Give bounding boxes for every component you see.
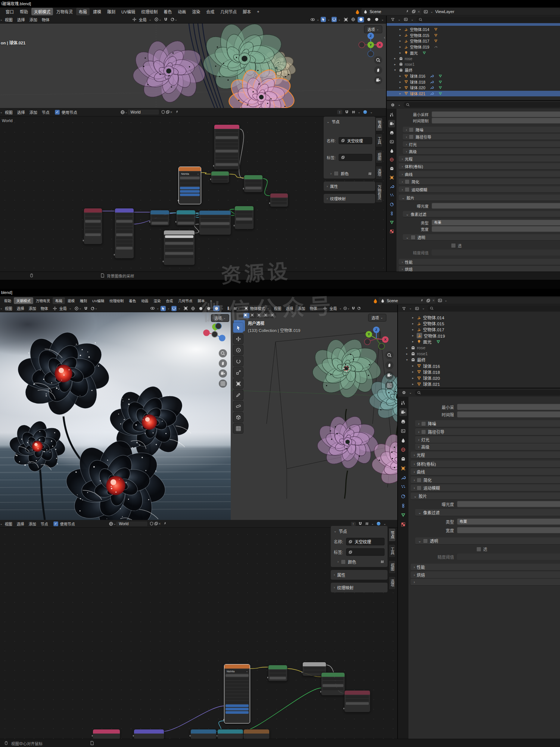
outliner-item-label[interactable]: 球体.016 bbox=[423, 363, 440, 369]
lightdata-icon[interactable] bbox=[436, 340, 441, 344]
viewport-options-button[interactable]: 选项⌄ bbox=[368, 314, 386, 322]
cam-button[interactable] bbox=[385, 371, 393, 379]
expand-arrow-icon[interactable]: ▸ bbox=[399, 86, 402, 89]
magnet-icon[interactable] bbox=[164, 17, 168, 22]
outliner-search[interactable] bbox=[416, 17, 560, 22]
shading-wireframe-icon[interactable] bbox=[350, 17, 356, 22]
properties-tab-collection[interactable] bbox=[399, 455, 407, 463]
outliner-filter-icon[interactable] bbox=[391, 17, 395, 22]
outliner-row[interactable]: ▸空物体.019 bbox=[398, 333, 560, 339]
viewlayer-selector[interactable]: ⌄ ViewLayer bbox=[421, 8, 560, 15]
prop-section-灯光[interactable]: ›灯光 bbox=[415, 436, 560, 443]
expand-arrow-icon[interactable]: ▸ bbox=[399, 74, 402, 78]
outliner-row[interactable]: ▸球体.020 bbox=[387, 85, 560, 91]
pin-icon[interactable] bbox=[420, 298, 424, 303]
expand-arrow-icon[interactable]: ▸ bbox=[399, 92, 402, 95]
outliner-item-label[interactable]: 最终 bbox=[405, 67, 413, 73]
outliner-row[interactable]: ▸rose1 bbox=[398, 351, 560, 357]
tool-scale-button[interactable] bbox=[233, 367, 243, 378]
t-menu-5[interactable]: 建模 bbox=[90, 8, 104, 15]
outliner-row[interactable]: ▸rose bbox=[398, 345, 560, 351]
t-menu-14[interactable]: 脚本 bbox=[240, 8, 253, 15]
viewlayer-selector[interactable]: ⌄ bbox=[435, 297, 560, 304]
prop-field-value[interactable] bbox=[457, 501, 560, 507]
label-field[interactable] bbox=[346, 548, 385, 556]
pin-icon[interactable] bbox=[175, 110, 179, 114]
expand-arrow-icon[interactable]: ▸ bbox=[399, 80, 402, 84]
expand-arrow-icon[interactable]: ▸ bbox=[399, 39, 402, 43]
outliner-item-label[interactable]: 空物体.014 bbox=[423, 314, 444, 320]
properties-tab-tool[interactable] bbox=[388, 111, 395, 118]
navigation-gizmo[interactable]: ZXY bbox=[358, 32, 384, 58]
outliner-item-label[interactable]: rose1 bbox=[405, 62, 414, 66]
outliner-item-label[interactable]: 球体.021 bbox=[410, 91, 425, 96]
outliner-row[interactable]: ▸空物体.019 bbox=[387, 44, 560, 50]
prop-field-value[interactable]: 布莱 bbox=[432, 220, 560, 226]
properties-tab-data[interactable] bbox=[388, 218, 395, 226]
t-menu-4[interactable]: 布局 bbox=[76, 8, 90, 15]
outliner-item-label[interactable]: 空物体.019 bbox=[410, 44, 429, 50]
pin-icon[interactable] bbox=[163, 521, 167, 526]
prop-section-体积(卷标)[interactable]: ›体积(卷标) bbox=[411, 461, 560, 467]
prop-section-路径引导[interactable]: ›路径引导 bbox=[403, 134, 560, 140]
shader-node-1[interactable]: Nishita⌄ bbox=[178, 167, 201, 204]
shader-node-7[interactable] bbox=[190, 729, 217, 739]
b-menu-0[interactable]: 帮助 bbox=[1, 297, 14, 304]
shading-material-icon[interactable] bbox=[365, 17, 372, 22]
close-icon[interactable]: × bbox=[418, 9, 420, 14]
viewport-menu-1[interactable]: 选择 bbox=[15, 16, 27, 23]
outliner-item-label[interactable]: 面光 bbox=[423, 339, 432, 345]
tool-grid-button[interactable] bbox=[233, 423, 243, 434]
sidebar-collapse-arrow[interactable]: ‹ bbox=[384, 35, 385, 40]
prop-section-高级[interactable]: ›高级 bbox=[403, 148, 560, 154]
object-mode-selector[interactable]: 物体模式⌄ bbox=[242, 305, 272, 311]
prop-section-烘焙[interactable]: ›烘焙 bbox=[411, 571, 560, 578]
snap-target-icon[interactable] bbox=[343, 306, 347, 310]
prop-field-value[interactable] bbox=[432, 111, 560, 117]
node-menu-2[interactable]: 添加 bbox=[27, 109, 40, 115]
prop-section-透明[interactable]: ⌄透明 bbox=[403, 234, 560, 240]
object-mode-label[interactable]: 物体模式 bbox=[250, 306, 265, 311]
b-menu-9[interactable]: 动画 bbox=[139, 297, 151, 304]
outliner-row[interactable]: ▸空物体.015 bbox=[387, 32, 560, 38]
panel-checkbox[interactable] bbox=[405, 187, 410, 192]
viewport-menu-3[interactable]: 物体 bbox=[38, 305, 50, 311]
viewlayer-name[interactable]: ViewLayer bbox=[435, 9, 454, 14]
app-icon[interactable] bbox=[372, 298, 379, 304]
prop-check-row[interactable]: 透 bbox=[476, 546, 487, 552]
viewport-3d[interactable]: ⌄视图选择添加物体全局⌄⌄⌄⌄⌄⌄⌄ 选项⌄ on | 球体.021 ZXY ‹ bbox=[0, 16, 386, 108]
sidebar-tab-3[interactable]: 选项 bbox=[389, 576, 396, 590]
lightdata-icon[interactable] bbox=[422, 51, 426, 55]
prop-field-value[interactable] bbox=[457, 411, 560, 418]
shader-node-3[interactable] bbox=[321, 672, 345, 695]
sidebar-tab-2[interactable]: 视图 bbox=[376, 150, 383, 163]
viewport-options-button[interactable]: 选项⌄ bbox=[211, 314, 229, 322]
viewport-rendered[interactable]: 选项⌄ bbox=[0, 312, 231, 520]
tool-obj-button[interactable] bbox=[233, 378, 243, 389]
b-menu-10[interactable]: 渲染 bbox=[151, 297, 163, 304]
use-nodes-checkbox[interactable]: ✓使用节点 bbox=[55, 109, 77, 115]
curve-icon[interactable] bbox=[434, 45, 438, 49]
wrench-icon[interactable] bbox=[430, 80, 434, 84]
tool-cursor-button[interactable] bbox=[233, 322, 243, 333]
meshdata-icon[interactable] bbox=[438, 74, 442, 78]
properties-tab-modifiers[interactable] bbox=[388, 183, 395, 190]
viewport-menu-0[interactable]: 视图 bbox=[271, 305, 283, 311]
properties-tab-physics[interactable] bbox=[388, 201, 395, 208]
prop-field-value[interactable] bbox=[457, 554, 560, 560]
t-menu-9[interactable]: 着色 bbox=[161, 8, 174, 15]
expand-arrow-icon[interactable]: ▸ bbox=[394, 57, 397, 60]
scene-selector[interactable]: Scene × bbox=[361, 8, 422, 15]
prop-section-胶片[interactable]: ⌄胶片 bbox=[411, 493, 560, 499]
properties-tab-tool[interactable] bbox=[399, 399, 407, 407]
prop-field-value[interactable] bbox=[457, 527, 560, 533]
expand-arrow-icon[interactable]: ▸ bbox=[412, 322, 415, 325]
shader-node-6[interactable] bbox=[115, 208, 134, 258]
expand-arrow-icon[interactable]: ▸ bbox=[399, 28, 402, 31]
t-menu-15[interactable]: + bbox=[254, 9, 262, 15]
sidebar-tab-4[interactable]: 万物有灵 bbox=[376, 182, 383, 203]
prop-field-value[interactable] bbox=[432, 203, 560, 209]
visibility-icon[interactable] bbox=[150, 306, 155, 311]
color-row[interactable]: ›颜色 bbox=[327, 171, 372, 176]
expand-arrow-icon[interactable]: ▸ bbox=[406, 352, 409, 356]
